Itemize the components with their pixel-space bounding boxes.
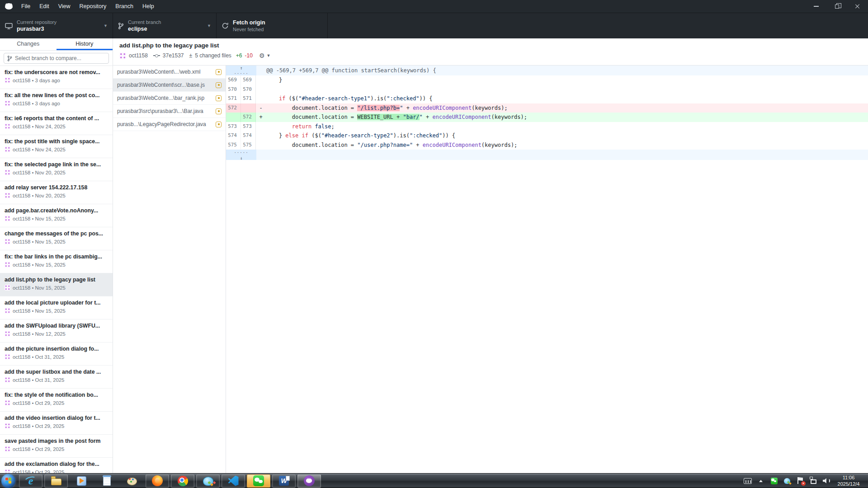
taskbar-github-button[interactable] [297, 474, 321, 488]
commit-list-item[interactable]: fix: the underscores are not remov...oct… [0, 66, 113, 89]
commit-list-item[interactable]: fix: the selected page link in the se...… [0, 158, 113, 181]
menu-branch[interactable]: Branch [111, 0, 138, 13]
commit-list-item[interactable]: change the messages of the pc pos...oct1… [0, 227, 113, 250]
ie-icon [25, 475, 37, 487]
taskbar-vscode-button[interactable] [222, 474, 245, 488]
changed-file-item[interactable]: purasb...\LegacyPageRedirector.java [113, 118, 226, 131]
menu-repository[interactable]: Repository [75, 0, 111, 13]
commit-list-item[interactable]: add the local picture uploader for t...o… [0, 296, 113, 319]
commit-item-title: fix: the selected page link in the se... [5, 161, 108, 168]
commit-list-item[interactable]: fix: the bar links in the pc disambig...… [0, 250, 113, 273]
modified-status-icon [216, 108, 222, 114]
taskbar-start-button[interactable] [1, 474, 15, 488]
system-clock[interactable]: 11:06 2025/12/4 [835, 474, 862, 488]
line-code: return false; [266, 122, 868, 131]
diff-line: 570570 [226, 85, 868, 94]
tray-qq-tray-icon[interactable] [783, 477, 791, 485]
monitor-icon [5, 23, 13, 29]
taskbar-ie-button[interactable] [19, 474, 42, 488]
changed-file-item[interactable]: purasbar3\WebContent\scr...\base.js [113, 79, 226, 92]
tray-wechat-tray-icon[interactable] [770, 477, 778, 485]
old-line-number [226, 113, 241, 122]
commit-item-title: change the messages of the pc pos... [5, 230, 108, 237]
restore-button[interactable] [826, 0, 847, 13]
commit-item-meta-text: oct1158 • Nov 15, 2025 [13, 216, 66, 221]
additions-count: +6 [236, 52, 242, 59]
commit-list-item[interactable]: add relay server 154.222.17.158oct1158 •… [0, 181, 113, 204]
minimize-button[interactable] [806, 0, 826, 13]
avatar [5, 308, 10, 314]
close-button[interactable] [847, 0, 868, 13]
commit-list-item[interactable]: add the SWFUpload library (SWFU...oct115… [0, 319, 113, 343]
taskbar-chrome-button[interactable] [171, 474, 194, 488]
taskbar-wmp-button[interactable] [70, 474, 93, 488]
toolbar: Current repository purasbar3 ▼ Current b… [0, 13, 868, 38]
commit-item-meta: oct1158 • 3 days ago [5, 100, 108, 106]
commit-list-item[interactable]: fix: the style of the notification bo...… [0, 389, 113, 412]
new-line-number: 575 [241, 141, 256, 150]
commit-item-meta: oct1158 • Oct 29, 2025 [5, 469, 108, 473]
current-repository-button[interactable]: Current repository purasbar3 ▼ [0, 13, 113, 38]
expand-hunk-up-button[interactable] [226, 66, 256, 75]
commit-item-title: add the video insertion dialog for t... [5, 415, 108, 421]
diff-view: @@ -569,7 +569,7 @@ function startSearch… [226, 66, 868, 473]
tray-flag-alert-icon[interactable] [796, 477, 804, 485]
commit-list-item[interactable]: add list.php to the legacy page listoct1… [0, 273, 113, 296]
line-code [266, 85, 868, 94]
menu-file[interactable]: File [17, 0, 35, 13]
branch-name: eclipse [128, 26, 161, 32]
avatar [5, 216, 10, 221]
commit-list-item[interactable]: add the picture insertion dialog fo...oc… [0, 343, 113, 366]
avatar [119, 52, 126, 59]
tray-keyboard-icon[interactable] [744, 477, 752, 485]
old-line-number: 573 [226, 122, 241, 131]
new-line-number: 569 [241, 75, 256, 85]
wechat-icon [253, 475, 264, 487]
branch-compare-input[interactable]: Select branch to compare... [4, 53, 109, 64]
commit-item-meta-text: oct1158 • 3 days ago [13, 101, 60, 106]
commit-item-meta-text: oct1158 • Oct 31, 2025 [13, 377, 64, 383]
clock-time: 11:06 [835, 474, 862, 481]
taskbar-firefox-button[interactable] [146, 474, 169, 488]
taskbar-notepad-button[interactable] [95, 474, 118, 488]
taskbar-paint-button[interactable] [120, 474, 144, 488]
fetch-origin-button[interactable]: Fetch origin Never fetched [217, 13, 328, 38]
old-line-number: 569 [226, 75, 241, 85]
diff-options-button[interactable]: ⚙ ▼ [259, 52, 270, 59]
commit-list-item[interactable]: add the super listbox and the date ...oc… [0, 366, 113, 389]
word-icon [278, 475, 290, 487]
wmp-icon [75, 475, 87, 487]
taskbar-qq-button[interactable] [196, 474, 220, 488]
commit-list-item[interactable]: add the exclamation dialog for the...oct… [0, 458, 113, 473]
taskbar-wechat-button[interactable] [247, 474, 270, 488]
changed-file-item[interactable]: purasbar3\WebConte...\bar_rank.jsp [113, 92, 226, 105]
tray-network-icon[interactable] [809, 477, 817, 485]
commit-item-meta-text: oct1158 • Oct 29, 2025 [13, 469, 64, 474]
commit-list-item[interactable]: add the video insertion dialog for t...o… [0, 412, 113, 435]
current-branch-button[interactable]: Current branch eclipse ▼ [113, 13, 217, 38]
changed-file-item[interactable]: purasbar3\WebContent\...\web.xml [113, 66, 226, 79]
taskbar-word-button[interactable] [272, 474, 296, 488]
tray-volume-icon[interactable] [822, 477, 830, 485]
tab-changes[interactable]: Changes [0, 38, 57, 50]
chrome-icon [177, 475, 189, 487]
commit-item-title: fix: the style of the notification bo... [5, 392, 108, 398]
taskbar-explorer-button[interactable] [44, 474, 68, 488]
menu-edit[interactable]: Edit [35, 0, 54, 13]
expand-hunk-down-button[interactable] [226, 150, 256, 160]
line-marker [256, 85, 266, 94]
commit-list-item[interactable]: fix: all the new lines of the post co...… [0, 89, 113, 112]
commit-list-item[interactable]: add page.bar.createVote.noAnony...oct115… [0, 204, 113, 227]
diff-line: 572+ document.location = WEBSITE_URL + "… [226, 113, 868, 122]
notepad-icon [101, 475, 113, 487]
tab-history[interactable]: History [57, 38, 113, 50]
github-desktop-window: FileEditViewRepositoryBranchHelp Current… [0, 0, 868, 488]
commit-list-item[interactable]: fix: ie6 reports that the content of ...… [0, 112, 113, 135]
menu-view[interactable]: View [54, 0, 75, 13]
commit-list-item[interactable]: save pasted images in the post formoct11… [0, 435, 113, 458]
tray-chevron-up-icon[interactable] [757, 477, 765, 485]
commit-list-item[interactable]: fix: the post title with single space...… [0, 135, 113, 158]
changed-file-item[interactable]: purasbar3\src\purasbar3\...\Bar.java [113, 105, 226, 118]
diff-expander-row [226, 150, 868, 160]
menu-help[interactable]: Help [138, 0, 159, 13]
